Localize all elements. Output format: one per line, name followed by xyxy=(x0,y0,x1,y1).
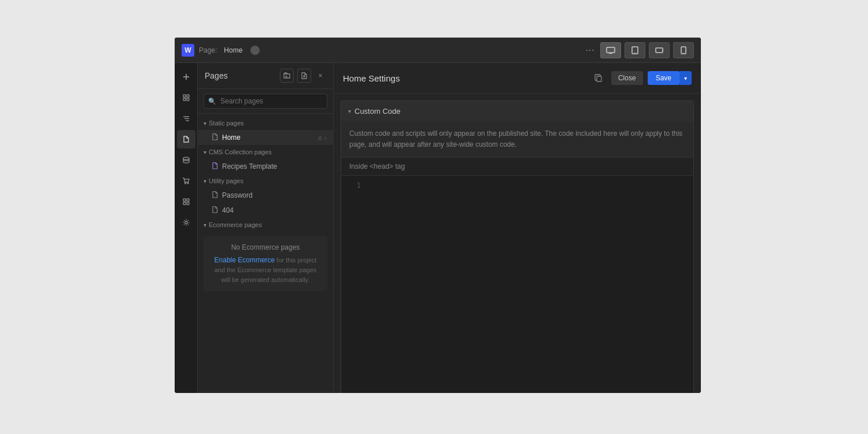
ecommerce-empty-description: Enable Ecommerce for this project and th… xyxy=(210,255,320,284)
view-mobile-landscape-button[interactable] xyxy=(649,42,670,58)
main-content: Pages xyxy=(175,63,701,393)
svg-point-17 xyxy=(183,157,189,159)
add-folder-button[interactable] xyxy=(280,69,294,83)
components-icon xyxy=(182,94,190,102)
code-editor-section: Inside <head> tag 1 xyxy=(341,158,693,393)
top-bar: W Page: Home ⋯ xyxy=(175,38,701,63)
save-button[interactable]: Save xyxy=(648,71,679,85)
settings-content: ▾ Custom Code Custom code and scripts wi… xyxy=(334,94,701,393)
custom-code-section: ▾ Custom Code Custom code and scripts wi… xyxy=(341,101,694,393)
top-bar-right: ⋯ xyxy=(583,42,694,58)
pages-panel-close-button[interactable]: × xyxy=(315,70,326,81)
copy-link-button[interactable] xyxy=(590,70,607,86)
page-label: Page: xyxy=(199,46,217,54)
page-file-icon xyxy=(212,133,219,140)
page-label-404: 404 xyxy=(222,206,234,214)
svg-rect-15 xyxy=(184,118,189,120)
sidebar-add-button[interactable] xyxy=(177,68,195,86)
svg-rect-14 xyxy=(183,116,189,117)
webflow-logo[interactable]: W xyxy=(182,44,194,57)
add-page-button[interactable] xyxy=(297,69,311,83)
page-item-password[interactable]: Password xyxy=(198,188,333,203)
section-utility-label: Utility pages xyxy=(209,177,243,184)
svg-point-24 xyxy=(184,221,187,224)
custom-code-title: Custom Code xyxy=(354,107,400,116)
svg-rect-0 xyxy=(607,47,615,53)
svg-rect-22 xyxy=(183,202,186,205)
svg-rect-29 xyxy=(597,76,601,81)
custom-code-chevron: ▾ xyxy=(348,108,351,114)
svg-rect-16 xyxy=(186,120,189,121)
section-ecommerce-label: Ecommerce pages xyxy=(209,221,262,228)
search-pages-input[interactable] xyxy=(204,94,327,109)
sidebar-navigator-button[interactable] xyxy=(177,109,195,128)
more-options-button[interactable]: ⋯ xyxy=(583,42,597,58)
svg-rect-6 xyxy=(681,47,686,54)
view-desktop-button[interactable] xyxy=(600,42,621,58)
svg-rect-12 xyxy=(183,98,186,101)
sidebar-ecommerce-button[interactable] xyxy=(177,172,195,190)
search-icon: 🔍 xyxy=(208,98,216,105)
svg-point-3 xyxy=(634,52,636,53)
section-static-chevron: ▾ xyxy=(204,120,206,127)
section-cms-label: CMS Collection pages xyxy=(209,149,272,155)
svg-rect-11 xyxy=(187,95,189,97)
page-item-recipes[interactable]: Recipes Template xyxy=(198,159,333,174)
view-tablet-button[interactable] xyxy=(625,42,645,58)
add-folder-icon xyxy=(283,72,291,80)
section-utility-pages-header[interactable]: ▾ Utility pages xyxy=(198,174,333,188)
top-bar-left: W Page: Home xyxy=(182,44,260,57)
page-label-recipes: Recipes Template xyxy=(222,162,277,170)
page-icon-404 xyxy=(212,206,219,215)
svg-rect-4 xyxy=(656,48,663,53)
settings-header-actions: Close Save ▾ xyxy=(590,70,692,86)
view-mobile-portrait-button[interactable] xyxy=(673,42,694,58)
cms-icon xyxy=(182,156,190,164)
page-icon-recipes xyxy=(212,162,219,171)
sidebar-cms-button[interactable] xyxy=(177,151,195,169)
ecommerce-empty-state: No Ecommerce pages Enable Ecommerce for … xyxy=(204,236,327,291)
section-static-pages-header[interactable]: ▾ Static pages xyxy=(198,116,333,130)
svg-rect-23 xyxy=(187,202,189,205)
section-ecommerce-chevron: ▾ xyxy=(204,222,206,228)
tablet-icon xyxy=(631,46,638,54)
ecommerce-empty-title: No Ecommerce pages xyxy=(210,243,320,251)
custom-code-description: Custom code and scripts will only appear… xyxy=(341,121,693,158)
search-wrapper: 🔍 xyxy=(204,94,327,109)
page-label-password: Password xyxy=(222,191,253,199)
copy-link-icon xyxy=(594,73,603,83)
sidebar-settings-button[interactable] xyxy=(177,213,195,232)
pages-panel-header: Pages xyxy=(198,63,333,89)
page-file-icon-pass xyxy=(212,191,219,198)
pages-panel-title: Pages xyxy=(205,71,228,80)
svg-point-18 xyxy=(184,183,186,184)
custom-code-header[interactable]: ▾ Custom Code xyxy=(341,101,693,121)
sidebar-components-button[interactable] xyxy=(177,88,195,107)
page-item-home[interactable]: Home ⌂ › xyxy=(198,130,333,145)
settings-panel: Home Settings Close Save ▾ xyxy=(334,63,701,393)
section-cms-pages-header[interactable]: ▾ CMS Collection pages xyxy=(198,145,333,159)
page-name: Home xyxy=(224,46,242,54)
settings-panel-header: Home Settings Close Save ▾ xyxy=(334,63,701,94)
section-utility-chevron: ▾ xyxy=(204,178,206,184)
page-file-icon-purple xyxy=(212,162,219,169)
svg-point-19 xyxy=(187,183,189,184)
settings-close-button[interactable]: Close xyxy=(611,71,643,85)
page-item-404[interactable]: 404 xyxy=(198,203,333,218)
save-button-wrapper: Save ▾ xyxy=(648,71,692,85)
section-ecommerce-pages-header[interactable]: ▾ Ecommerce pages xyxy=(198,218,333,232)
svg-rect-13 xyxy=(187,98,189,101)
enable-ecommerce-link[interactable]: Enable Ecommerce xyxy=(215,256,275,264)
sidebar-pages-button[interactable] xyxy=(177,130,195,149)
plus-icon xyxy=(182,73,190,81)
page-status-indicator xyxy=(250,46,260,55)
svg-point-5 xyxy=(662,50,663,51)
section-cms-chevron: ▾ xyxy=(204,149,206,155)
save-dropdown-button[interactable]: ▾ xyxy=(679,71,692,85)
code-editor-textarea[interactable] xyxy=(368,181,685,390)
cart-icon xyxy=(182,177,190,185)
svg-rect-20 xyxy=(183,199,186,201)
svg-point-7 xyxy=(683,53,684,54)
desktop-icon xyxy=(606,47,615,54)
sidebar-assets-button[interactable] xyxy=(177,192,195,211)
